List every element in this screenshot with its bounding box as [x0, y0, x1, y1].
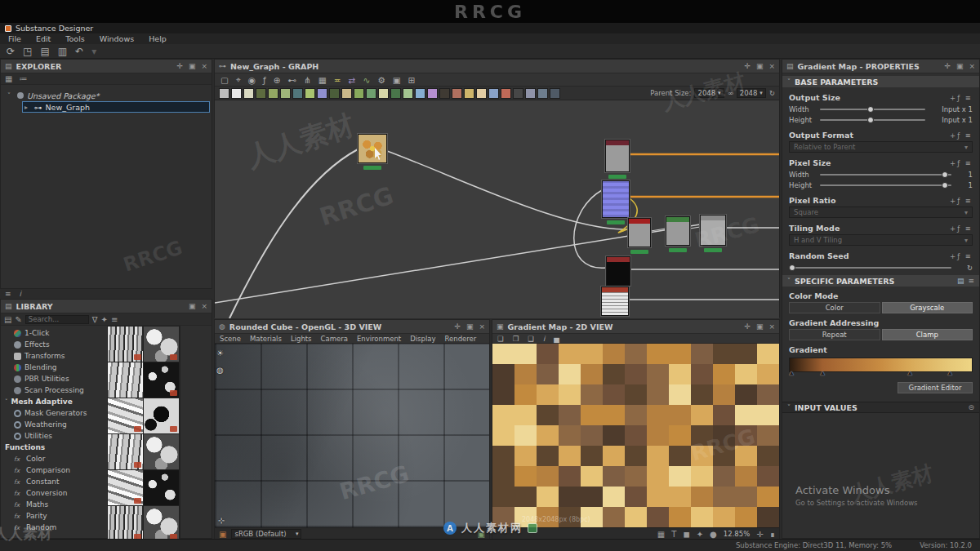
palette-node-button-1[interactable]	[231, 88, 242, 99]
menu-item-tools[interactable]: Tools	[65, 34, 84, 43]
addressing-clamp-button[interactable]: Clamp	[882, 329, 973, 340]
pin-icon[interactable]: ✛	[744, 320, 751, 334]
library-thumbnail[interactable]	[144, 506, 179, 540]
grid-icon[interactable]: ▦	[318, 75, 327, 85]
image-icon[interactable]: ▣	[393, 75, 401, 85]
pin-icon[interactable]: ✛	[176, 60, 183, 73]
close-icon[interactable]: ×	[201, 300, 207, 313]
experimental-icon[interactable]: ✦	[101, 315, 108, 324]
focus-icon[interactable]: ⌖	[236, 74, 241, 85]
library-item-weathering[interactable]: Weathering	[1, 419, 107, 430]
fit-icon[interactable]: ✛	[756, 530, 763, 539]
palette-node-button-10[interactable]	[341, 88, 352, 99]
library-thumbnail[interactable]	[144, 327, 179, 362]
node-levels[interactable]	[666, 216, 690, 246]
output-format-dropdown[interactable]: Relative to Parent▾	[789, 141, 973, 153]
tiling-mode-dropdown[interactable]: H and V Tiling▾	[789, 234, 973, 246]
node-blur[interactable]	[700, 215, 726, 246]
float-icon[interactable]: ▣	[466, 320, 474, 334]
env-icon[interactable]: ◍	[216, 366, 224, 375]
palette-node-button-27[interactable]	[550, 88, 560, 99]
library-thumbnail[interactable]	[144, 434, 179, 469]
align-icon[interactable]: ≖	[334, 75, 341, 85]
slider-knob[interactable]	[942, 171, 948, 178]
view3d-menu-camera[interactable]: Camera	[321, 335, 348, 343]
palette-node-button-14[interactable]	[390, 88, 401, 99]
close-icon[interactable]: ×	[768, 60, 775, 73]
view3d-menu-materials[interactable]: Materials	[250, 335, 282, 343]
filter-icon[interactable]: ≔	[19, 74, 27, 83]
copy-icon[interactable]: ❏	[497, 335, 504, 343]
palette-node-button-26[interactable]	[537, 88, 548, 99]
palette-node-button-17[interactable]	[427, 88, 438, 99]
view3d-menu-renderer[interactable]: Renderer	[445, 335, 477, 343]
library-item-pbr-utilities[interactable]: PBR Utilities	[1, 373, 107, 384]
node-gradient-map[interactable]	[628, 218, 651, 247]
library-thumbnail[interactable]	[144, 470, 179, 505]
frame-icon[interactable]: ▢	[220, 75, 229, 85]
view3d-menu-scene[interactable]: Scene	[220, 335, 241, 343]
library-item-1-click[interactable]: 1-Click	[1, 327, 107, 339]
palette-node-button-11[interactable]	[354, 88, 364, 99]
gradient-ramp[interactable]: ▲▲▲▲	[789, 358, 973, 372]
float-icon[interactable]: ▣	[189, 60, 196, 73]
palette-node-button-15[interactable]	[403, 88, 413, 99]
new-package-icon[interactable]: ◳	[23, 46, 32, 57]
seed-reset-icon[interactable]: ↻	[956, 264, 973, 272]
node-normal-map[interactable]	[602, 180, 630, 218]
library-item-mesh-adaptive[interactable]: ˅Mesh Adaptive	[1, 396, 107, 407]
palette-node-button-16[interactable]	[415, 88, 425, 99]
float-icon[interactable]: ▣	[756, 60, 764, 73]
library-thumbnail[interactable]	[108, 398, 143, 433]
library-item-random[interactable]: fxRandom	[1, 522, 107, 533]
library-thumbnail[interactable]	[108, 506, 143, 540]
palette-node-button-20[interactable]	[464, 88, 474, 99]
palette-node-button-3[interactable]	[256, 88, 266, 99]
pin-icon[interactable]: ✛	[454, 320, 461, 334]
library-item-mask-generators[interactable]: Mask Generators	[1, 407, 107, 419]
palette-node-button-7[interactable]	[305, 88, 315, 99]
save-all-icon[interactable]: ▦	[5, 74, 12, 83]
axis-gizmo-icon[interactable]: ⊹	[218, 516, 225, 525]
palette-node-button-25[interactable]	[525, 88, 536, 99]
section-base-parameters[interactable]: ˅ BASE PARAMETERS	[782, 76, 979, 87]
palette-node-button-21[interactable]	[476, 88, 487, 99]
pixel-ratio-dropdown[interactable]: Square▾	[789, 207, 973, 218]
library-item-transforms[interactable]: Transforms	[1, 350, 107, 362]
gradient-stop[interactable]: ▲	[820, 370, 824, 376]
slider-knob[interactable]	[789, 264, 795, 271]
menu-item-windows[interactable]: Windows	[100, 34, 134, 43]
palette-node-button-12[interactable]	[366, 88, 376, 99]
section-input-values[interactable]: ˅ INPUT VALUES ⊜	[782, 402, 979, 413]
info-icon[interactable]: i	[543, 335, 545, 343]
library-thumbnail[interactable]	[108, 327, 143, 362]
save-icon[interactable]: ▥	[58, 46, 67, 57]
library-item-blending[interactable]: Blending	[1, 362, 107, 373]
light-icon[interactable]: ☀	[216, 349, 224, 358]
library-item-conversion[interactable]: fxConversion	[1, 487, 107, 499]
view3d-menu-lights[interactable]: Lights	[291, 335, 312, 343]
palette-node-button-22[interactable]	[488, 88, 499, 99]
view3d-menu-environment[interactable]: Environment	[357, 335, 401, 343]
reset-size-icon[interactable]: ↻	[769, 89, 775, 97]
undo-icon[interactable]: ↶	[75, 46, 83, 57]
palette-node-button-6[interactable]	[292, 88, 303, 99]
addressing-repeat-button[interactable]: Repeat	[789, 329, 880, 340]
slider-knob[interactable]	[942, 182, 948, 189]
gradient-stop[interactable]: ▲	[790, 370, 794, 376]
section-specific-parameters[interactable]: ˅ SPECIFIC PARAMETERS ▤≡	[782, 275, 979, 287]
search-input[interactable]	[25, 315, 89, 324]
view3d-viewport[interactable]: ☀ ◍ ⊹	[215, 344, 489, 527]
color-mode-color-button[interactable]: Color	[789, 302, 880, 313]
tree-item-package[interactable]: ˅ Unsaved Package*	[1, 90, 212, 101]
view3d-menu-display[interactable]: Display	[410, 335, 435, 343]
node-height-output[interactable]	[606, 256, 630, 286]
height-slider[interactable]	[820, 184, 951, 186]
background-icon[interactable]: ◼	[683, 530, 689, 539]
close-icon[interactable]: ×	[768, 320, 775, 334]
node-tile-pattern[interactable]	[601, 287, 629, 316]
tiling-grid-icon[interactable]: ▦	[657, 530, 665, 539]
float-icon[interactable]: ▣	[956, 60, 964, 73]
library-item-color[interactable]: fxColor	[1, 453, 107, 464]
node-output-basecolor[interactable]	[605, 140, 630, 172]
